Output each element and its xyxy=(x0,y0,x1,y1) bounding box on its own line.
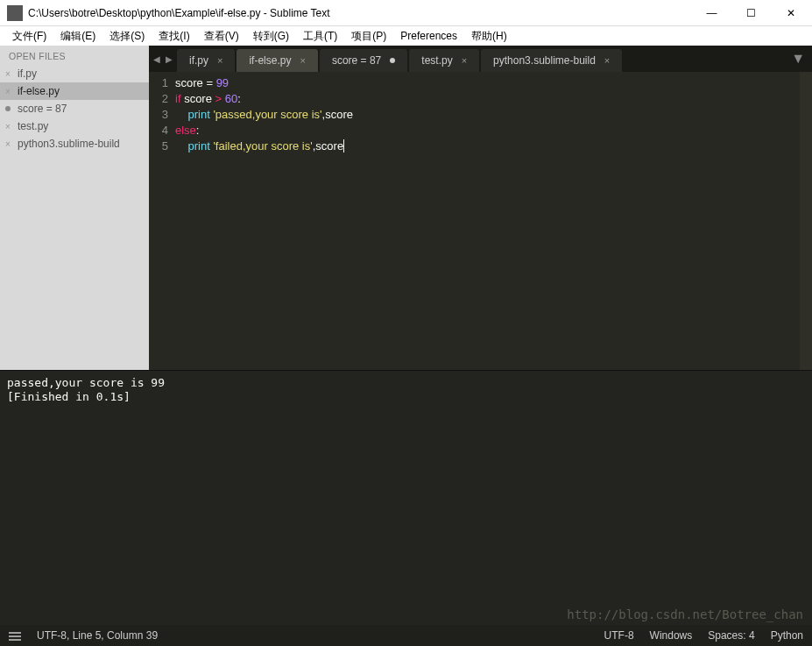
line-number: 5 xyxy=(149,138,168,154)
menu-icon[interactable] xyxy=(9,631,21,640)
open-file-item[interactable]: × python3.sublime-build xyxy=(0,135,149,153)
close-button[interactable]: ✕ xyxy=(771,1,810,25)
token xyxy=(175,139,187,153)
build-output-console[interactable]: passed,your score is 99 [Finished in 0.1… xyxy=(0,370,812,625)
menubar: 文件(F) 编辑(E) 选择(S) 查找(I) 查看(V) 转到(G) 工具(T… xyxy=(0,26,812,46)
file-name: python3.sublime-build xyxy=(18,138,120,150)
token: 'passed,your score is' xyxy=(213,108,321,121)
token: : xyxy=(237,92,241,105)
line-number: 4 xyxy=(149,123,168,138)
dirty-dot-icon xyxy=(5,106,11,111)
file-name: if.py xyxy=(18,67,37,80)
open-file-item[interactable]: score = 87 xyxy=(0,100,149,117)
token: print xyxy=(187,139,209,153)
token: score xyxy=(175,76,203,89)
token: score xyxy=(315,139,344,153)
app-icon xyxy=(7,5,23,21)
menu-help[interactable]: 帮助(H) xyxy=(464,27,514,46)
file-name: score = 87 xyxy=(18,103,67,115)
code-content[interactable]: score = 99if score > 60: print 'passed,y… xyxy=(175,72,800,370)
close-icon[interactable]: × xyxy=(5,87,11,96)
close-icon[interactable]: × xyxy=(462,55,467,66)
token: : xyxy=(196,124,200,137)
close-icon[interactable]: × xyxy=(5,139,11,149)
line-number: 2 xyxy=(149,91,168,107)
menu-edit[interactable]: 编辑(E) xyxy=(53,27,102,46)
token: > xyxy=(212,92,225,105)
window-title: C:\Users\botre\Desktop\python\Example\if… xyxy=(28,7,692,19)
close-icon[interactable]: × xyxy=(300,55,305,66)
token: score xyxy=(325,108,353,121)
token: print xyxy=(187,108,209,121)
status-encoding[interactable]: UTF-8 xyxy=(604,629,634,642)
open-file-item[interactable]: × if.py xyxy=(0,65,149,82)
line-number-gutter: 1 2 3 4 5 xyxy=(149,72,175,370)
editor-area: ◀ ▶ if.py × if-else.py × score = 87 test… xyxy=(149,46,812,370)
sidebar: OPEN FILES × if.py × if-else.py score = … xyxy=(0,46,149,370)
maximize-button[interactable]: ☐ xyxy=(731,1,771,25)
sidebar-header: OPEN FILES xyxy=(0,46,149,65)
dirty-dot-icon xyxy=(390,58,395,63)
menu-view[interactable]: 查看(V) xyxy=(197,27,246,46)
status-syntax[interactable]: Python xyxy=(771,629,803,642)
menu-goto[interactable]: 转到(G) xyxy=(246,27,296,46)
tab-label: test.py xyxy=(421,54,452,67)
tab-overflow[interactable]: ▼ xyxy=(624,46,812,72)
tab-label: python3.sublime-build xyxy=(493,54,596,67)
statusbar: UTF-8, Line 5, Column 39 UTF-8 Windows S… xyxy=(0,625,812,646)
tab[interactable]: if-else.py × xyxy=(237,49,317,72)
editor-scrollbar[interactable] xyxy=(800,72,812,370)
close-icon[interactable]: × xyxy=(604,55,610,66)
tab[interactable]: if.py × xyxy=(177,49,235,72)
tab-history-arrows: ◀ ▶ xyxy=(149,46,177,72)
titlebar: C:\Users\botre\Desktop\python\Example\if… xyxy=(0,0,812,26)
menu-tools[interactable]: 工具(T) xyxy=(296,27,344,46)
line-number: 3 xyxy=(149,107,168,123)
tab-label: if.py xyxy=(189,54,208,67)
status-indentation[interactable]: Spaces: 4 xyxy=(708,629,754,642)
menu-find[interactable]: 查找(I) xyxy=(152,27,196,46)
menu-project[interactable]: 项目(P) xyxy=(344,27,393,46)
close-icon[interactable]: × xyxy=(217,55,222,66)
workspace: OPEN FILES × if.py × if-else.py score = … xyxy=(0,46,812,646)
code-editor[interactable]: 1 2 3 4 5 score = 99if score > 60: print… xyxy=(149,72,812,370)
token: 'failed,your score is' xyxy=(213,139,312,153)
menu-file[interactable]: 文件(F) xyxy=(5,27,53,46)
token: score xyxy=(184,92,212,105)
tab[interactable]: test.py × xyxy=(409,49,479,72)
open-file-item[interactable]: × test.py xyxy=(0,117,149,135)
close-icon[interactable]: × xyxy=(5,122,11,131)
token: = xyxy=(203,76,216,89)
window-controls: — ☐ ✕ xyxy=(692,1,810,25)
token xyxy=(175,108,187,121)
tab[interactable]: python3.sublime-build × xyxy=(481,49,622,72)
status-position[interactable]: UTF-8, Line 5, Column 39 xyxy=(37,629,158,642)
tabbar: ◀ ▶ if.py × if-else.py × score = 87 test… xyxy=(149,46,812,72)
status-line-endings[interactable]: Windows xyxy=(650,629,693,642)
menu-select[interactable]: 选择(S) xyxy=(102,27,152,46)
token: 60 xyxy=(225,92,237,105)
file-name: test.py xyxy=(18,120,48,132)
minimize-button[interactable]: — xyxy=(692,1,731,25)
token: else xyxy=(175,124,196,137)
open-file-item[interactable]: × if-else.py xyxy=(0,82,149,100)
tab-label: if-else.py xyxy=(249,54,291,67)
line-number: 1 xyxy=(149,75,168,91)
menu-preferences[interactable]: Preferences xyxy=(393,28,464,44)
upper-pane: OPEN FILES × if.py × if-else.py score = … xyxy=(0,46,812,370)
tab-back-icon[interactable]: ◀ xyxy=(152,54,162,64)
close-icon[interactable]: × xyxy=(5,69,11,79)
tab-label: score = 87 xyxy=(332,54,381,67)
file-name: if-else.py xyxy=(18,85,60,97)
token: 99 xyxy=(216,76,229,89)
tab-forward-icon[interactable]: ▶ xyxy=(164,54,174,64)
tab[interactable]: score = 87 xyxy=(320,49,407,72)
